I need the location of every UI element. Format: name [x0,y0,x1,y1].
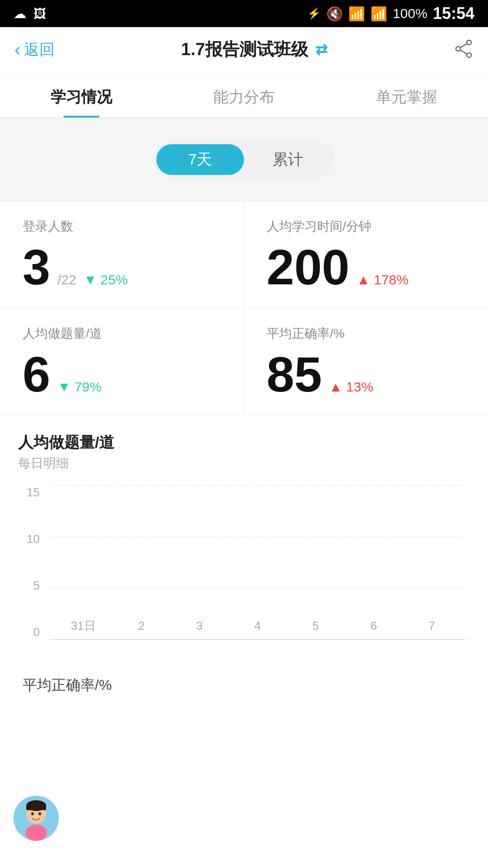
mute-icon: 🔇 [326,6,343,22]
svg-point-13 [41,816,45,818]
y-label-5: 5 [33,579,40,593]
y-label-15: 15 [27,486,40,500]
chart-title: 人均做题量/道 [18,432,470,453]
x-label-5: 5 [286,619,345,633]
back-label: 返回 [24,39,55,60]
chart-section: 人均做题量/道 每日明细 15 10 5 0 [0,416,488,666]
stat-avg-accuracy: 平均正确率/% 85 ▲ 13% [244,309,488,415]
x-label-2: 2 [113,619,171,633]
bottom-label: 平均正确率/% [0,666,488,695]
x-label-31: 31日 [54,618,113,634]
svg-rect-8 [26,806,46,810]
battery-label: 100% [393,6,427,21]
chart-area: 31日 2 3 4 5 6 7 [50,486,465,639]
tab-learning[interactable]: 学习情况 [0,72,163,118]
svg-point-2 [456,47,460,51]
svg-point-10 [38,812,41,816]
stat-questions-change: ▼ 79% [57,379,102,395]
stat-study-change: ▲ 178% [357,272,408,288]
back-button[interactable]: ‹ 返回 [14,39,55,60]
svg-line-3 [460,43,467,47]
svg-line-4 [460,50,467,54]
y-label-10: 10 [27,532,40,546]
app-header: ‹ 返回 1.7报告测试班级 ⇄ [0,27,488,72]
stat-avg-questions: 人均做题量/道 6 ▼ 79% [0,309,244,415]
cloud-icon: ☁ [14,6,26,21]
stat-questions-label: 人均做题量/道 [23,325,225,342]
title-text: 1.7报告测试班级 [181,38,308,61]
page-title: 1.7报告测试班级 ⇄ [181,38,328,61]
stat-login-change: ▼ 25% [84,272,128,288]
x-label-4: 4 [229,619,287,633]
tab-ability[interactable]: 能力分布 [163,72,325,118]
svg-point-12 [27,816,32,818]
stat-accuracy-main: 85 [267,349,322,399]
period-cumulative-button[interactable]: 累计 [244,144,332,175]
chart-subtitle: 每日明细 [18,455,470,472]
grid-line-0 [50,639,465,640]
stat-login-label: 登录人数 [23,218,225,235]
x-axis: 31日 2 3 4 5 6 7 [50,612,465,639]
share-button[interactable] [454,39,474,61]
signal-icon: 📶 [371,6,387,22]
stat-questions-main: 6 [23,349,50,399]
tab-unit[interactable]: 单元掌握 [325,72,488,118]
tab-bar: 学习情况 能力分布 单元掌握 [0,72,488,118]
x-label-7: 7 [403,619,461,633]
down-arrow-icon: ▼ [84,272,97,288]
status-left-icons: ☁ 🖼 [14,6,46,21]
stat-login-main: 3 [23,242,50,292]
svg-point-11 [25,825,47,841]
up-arrow2-icon: ▲ [329,379,343,395]
stat-accuracy-label: 平均正确率/% [267,325,470,342]
share-icon [454,39,474,59]
stat-accuracy-change: ▲ 13% [329,379,373,395]
time-display: 15:54 [433,4,474,23]
down-arrow2-icon: ▼ [57,379,71,395]
y-label-0: 0 [33,625,40,639]
period-7days-button[interactable]: 7天 [156,144,244,175]
x-label-6: 6 [345,619,403,633]
x-label-3: 3 [170,619,229,633]
stat-avg-study: 人均学习时间/分钟 200 ▲ 178% [244,202,488,309]
svg-point-1 [467,53,471,57]
stat-study-main: 200 [267,242,350,292]
stat-login-sub: /22 [57,272,76,288]
avatar [14,796,59,841]
status-right-info: ⚡ 🔇 📶 📶 100% 15:54 [307,4,474,23]
up-arrow-icon: ▲ [357,272,371,288]
stat-login-count: 登录人数 3 /22 ▼ 25% [0,202,244,309]
svg-point-9 [31,812,34,816]
svg-point-0 [467,40,471,45]
y-axis: 15 10 5 0 [18,486,45,639]
avatar-svg [14,796,59,841]
bluetooth-icon: ⚡ [307,7,321,20]
stats-grid: 登录人数 3 /22 ▼ 25% 人均学习时间/分钟 200 ▲ 178% 人均… [0,201,488,416]
image-icon: 🖼 [33,6,46,21]
status-bar: ☁ 🖼 ⚡ 🔇 📶 📶 100% 15:54 [0,0,488,27]
back-arrow-icon: ‹ [14,39,20,60]
stat-study-label: 人均学习时间/分钟 [267,218,470,235]
wifi-icon: 📶 [348,6,365,22]
bar-chart: 15 10 5 0 [18,486,470,666]
avatar-container[interactable] [14,796,59,841]
period-toggle: 7天 累计 [154,142,334,178]
shuffle-icon[interactable]: ⇄ [315,41,328,58]
